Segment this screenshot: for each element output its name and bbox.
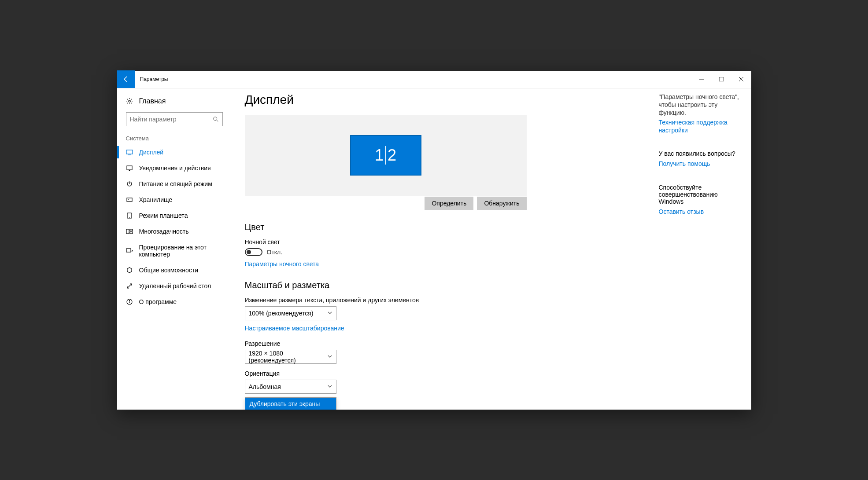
night-light-toggle-row: Откл. [245,248,646,256]
scale-dropdown[interactable]: 100% (рекомендуется) [245,306,336,320]
get-help-link[interactable]: Получить помощь [659,160,742,168]
sidebar-item-remote[interactable]: Удаленный рабочий стол [117,278,232,294]
sidebar-item-label: Удаленный рабочий стол [139,282,211,289]
display-buttons-row: Определить Обнаружить [245,197,527,210]
identify-button[interactable]: Определить [425,197,473,210]
scale-value: 100% (рекомендуется) [249,310,314,317]
sidebar-item-label: Хранилище [139,196,173,203]
night-light-label: Ночной свет [245,238,646,245]
svg-point-5 [213,117,217,120]
resolution-value: 1920 × 1080 (рекомендуется) [249,350,327,364]
tip-link[interactable]: Техническая поддержка настройки [659,118,742,134]
monitor-tile[interactable]: 12 [350,135,421,176]
tip-text: "Параметры ночного света", чтобы настрои… [659,93,742,117]
shared-icon [126,267,133,274]
project-icon [126,247,133,254]
multiple-displays-dropdown-open: Дублировать эти экраны Расширить эти экр… [245,397,336,410]
multitask-icon [126,228,133,235]
sidebar-item-projecting[interactable]: Проецирование на этот компьютер [117,239,232,262]
sidebar-item-tablet[interactable]: Режим планшета [117,208,232,224]
svg-rect-19 [126,249,131,252]
sidebar-section-label: Система [117,135,232,144]
sidebar-item-label: Питание и спящий режим [139,180,212,187]
search-input[interactable] [126,112,223,126]
info-icon [126,298,133,305]
sidebar-home-label: Главная [139,97,166,105]
feedback-link[interactable]: Оставить отзыв [659,208,742,216]
maximize-button[interactable] [712,70,731,88]
remote-icon [126,282,133,289]
monitor-icon [126,149,133,156]
close-button[interactable] [731,70,751,88]
svg-rect-7 [126,150,133,154]
search-icon [213,116,219,122]
resolution-dropdown[interactable]: 1920 × 1080 (рекомендуется) [245,350,336,364]
sidebar-item-label: Общие возможности [139,267,199,274]
orientation-value: Альбомная [249,383,281,390]
svg-point-4 [128,100,130,102]
questions-heading: У вас появились вопросы? [659,150,742,157]
window-title: Параметры [140,76,168,82]
night-light-state: Откл. [267,249,283,256]
display-arrangement[interactable]: 12 [245,115,527,196]
notification-icon [126,165,133,172]
titlebar: Параметры [117,71,751,88]
detect-button[interactable]: Обнаружить [477,197,526,210]
minimize-button[interactable] [692,70,712,88]
settings-window: Параметры Главная Система Дисплей [117,71,751,410]
right-panel: "Параметры ночного света", чтобы настрои… [659,88,751,410]
svg-rect-9 [127,166,132,170]
scale-label: Изменение размера текста, приложений и д… [245,297,646,304]
svg-rect-1 [719,77,724,81]
sidebar-item-label: Проецирование на этот компьютер [139,244,223,258]
chevron-down-icon [327,353,332,360]
search-field[interactable] [130,116,213,123]
sidebar-item-label: Режим планшета [139,212,188,219]
svg-rect-16 [126,229,129,234]
chevron-down-icon [327,383,332,390]
feedback-heading: Способствуйте совершенствованию Windows [659,184,742,205]
sidebar-item-about[interactable]: О программе [117,294,232,310]
sidebar-item-label: Многозадачность [139,228,189,235]
custom-scaling-link[interactable]: Настраиваемое масштабирование [245,325,344,332]
gear-icon [126,98,133,105]
resolution-label: Разрешение [245,340,646,347]
sidebar-item-multitasking[interactable]: Многозадачность [117,224,232,239]
svg-rect-17 [130,229,133,231]
svg-point-22 [129,300,129,300]
sidebar-item-display[interactable]: Дисплей [117,144,232,160]
tablet-icon [126,212,133,219]
sidebar: Главная Система Дисплей Уведомления и де… [117,88,232,410]
window-controls [692,70,751,88]
storage-icon [126,196,133,203]
chevron-down-icon [327,310,332,317]
orientation-label: Ориентация [245,370,646,377]
page-title: Дисплей [245,93,646,107]
orientation-dropdown[interactable]: Альбомная [245,380,336,394]
svg-point-13 [128,199,128,200]
sidebar-home[interactable]: Главная [117,93,232,110]
sidebar-item-notifications[interactable]: Уведомления и действия [117,160,232,176]
night-light-toggle[interactable] [245,248,262,256]
power-icon [126,180,133,187]
sidebar-item-label: О программе [139,298,177,305]
section-color: Цвет [245,222,646,232]
svg-rect-12 [127,198,132,202]
night-light-settings-link[interactable]: Параметры ночного света [245,260,319,267]
sidebar-item-power[interactable]: Питание и спящий режим [117,176,232,192]
svg-rect-18 [130,232,133,234]
section-scale: Масштаб и разметка [245,280,646,290]
sidebar-item-label: Дисплей [139,149,164,156]
sidebar-item-shared[interactable]: Общие возможности [117,262,232,278]
dropdown-option-duplicate[interactable]: Дублировать эти экраны [245,398,336,410]
svg-line-6 [216,120,218,121]
main-content: Дисплей 12 Определить Обнаружить Цвет Но… [232,88,659,410]
sidebar-item-label: Уведомления и действия [139,165,211,172]
sidebar-item-storage[interactable]: Хранилище [117,192,232,208]
back-button[interactable] [117,70,135,88]
